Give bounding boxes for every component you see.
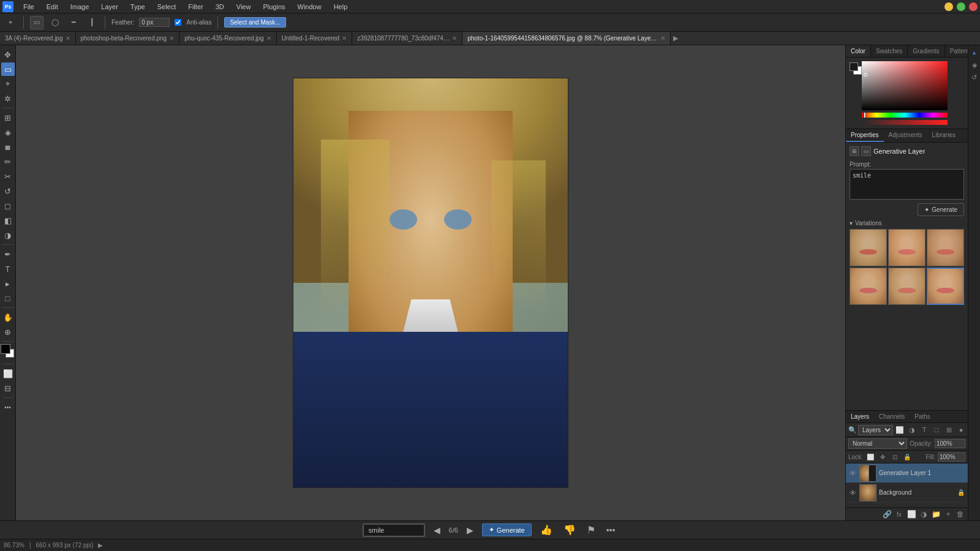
prompt-textarea[interactable]: smile — [850, 169, 964, 200]
variation-thumb-2[interactable] — [927, 229, 964, 266]
zoom-tool[interactable]: ⊕ — [1, 325, 15, 339]
menu-select[interactable]: Select — [155, 2, 179, 12]
color-saturation-value[interactable] — [862, 61, 948, 110]
single-col-option[interactable]: ┃ — [85, 16, 99, 29]
fill-input[interactable] — [938, 452, 965, 462]
path-select-tool[interactable]: ▸ — [1, 277, 15, 290]
lock-artboard-btn[interactable]: ⊡ — [890, 452, 900, 462]
menu-view[interactable]: View — [234, 2, 254, 12]
layer-visibility-generative[interactable]: 👁 — [848, 469, 857, 478]
hand-tool[interactable]: ✋ — [1, 310, 15, 324]
history-icon[interactable]: ↺ — [970, 72, 979, 82]
screen-mode-btn[interactable]: ⊟ — [1, 381, 15, 395]
properties-tab[interactable]: Properties — [846, 129, 884, 142]
color-tab[interactable]: Color — [846, 45, 871, 57]
marquee-tool[interactable]: ▭ — [1, 62, 15, 76]
color-fg-swatch[interactable] — [850, 62, 858, 71]
layer-group-btn[interactable]: 📁 — [931, 509, 941, 519]
tab-close-0[interactable]: ✕ — [66, 35, 70, 42]
layers-tab-layers[interactable]: Layers — [846, 411, 874, 422]
layer-mask-btn[interactable]: ⬜ — [907, 509, 916, 519]
tab-5[interactable]: photo-1-164059954415863480657​6.jpg @ 88… — [462, 32, 671, 45]
gradients-tab[interactable]: Gradients — [908, 45, 944, 57]
eraser-tool[interactable]: ◻ — [1, 199, 15, 212]
menu-3d[interactable]: 3D — [213, 2, 227, 12]
tab-scroll-right[interactable]: ▶ — [671, 32, 680, 45]
menu-edit[interactable]: Edit — [44, 2, 61, 12]
close-button[interactable] — [969, 2, 978, 11]
clone-stamp-tool[interactable]: ✂ — [1, 170, 15, 183]
color-swatch-box[interactable] — [1, 344, 15, 359]
opacity-input[interactable] — [935, 439, 965, 448]
shape-tool[interactable]: □ — [1, 291, 15, 305]
tab-3[interactable]: Untitled-1-Recovered ✕ — [277, 32, 353, 45]
tab-4[interactable]: z39281087777780_73c80df474489be28bf63803… — [352, 32, 462, 45]
minimize-button[interactable] — [944, 2, 953, 11]
quick-mask-btn[interactable]: ⬜ — [1, 367, 15, 380]
alpha-slider[interactable] — [862, 120, 948, 125]
dodge-tool[interactable]: ◑ — [1, 228, 15, 242]
libraries-tab[interactable]: Libraries — [927, 129, 960, 142]
menu-help[interactable]: Help — [331, 2, 350, 12]
eyedropper-tool[interactable]: ◈ — [1, 126, 15, 139]
thumbs-down-btn[interactable]: 👎 — [561, 523, 578, 537]
variation-thumb-3[interactable] — [850, 268, 887, 305]
brush-tool[interactable]: ✏ — [1, 155, 15, 168]
tab-close-2[interactable]: ✕ — [266, 35, 271, 42]
layer-new-btn[interactable]: + — [943, 509, 953, 519]
prev-variation-btn[interactable]: ◀ — [431, 524, 443, 536]
flag-btn[interactable]: ⚑ — [584, 523, 598, 537]
menu-file[interactable]: File — [21, 2, 37, 12]
layers-tab-channels[interactable]: Channels — [874, 411, 910, 422]
layer-visibility-background[interactable]: 👁 — [848, 489, 857, 497]
variation-thumb-1[interactable] — [888, 229, 925, 266]
menu-type[interactable]: Type — [128, 2, 148, 12]
tab-close-4[interactable]: ✕ — [452, 35, 457, 42]
layer-row-background[interactable]: 👁 Background 🔒 — [846, 483, 968, 503]
pen-tool[interactable]: ✒ — [1, 247, 15, 261]
menu-layer[interactable]: Layer — [99, 2, 121, 12]
adj-filter-icon[interactable]: ◑ — [907, 424, 918, 435]
smartobj-filter-icon[interactable]: ⊞ — [943, 424, 954, 435]
share-icon[interactable]: ▲ — [970, 48, 979, 58]
generate-button[interactable]: ✦ Generate — [918, 203, 964, 216]
maximize-button[interactable] — [957, 2, 965, 11]
tab-0[interactable]: 3A (4)-Recovered.jpg ✕ — [0, 32, 76, 45]
blend-mode-select[interactable]: Normal — [848, 438, 907, 449]
adjustments-tab[interactable]: Adjustments — [884, 129, 927, 142]
next-variation-btn[interactable]: ▶ — [464, 524, 476, 536]
swatches-tab[interactable]: Swatches — [871, 45, 908, 57]
color-icon[interactable]: ◈ — [970, 60, 979, 70]
magic-wand-tool[interactable]: ✲ — [1, 92, 15, 105]
hue-slider[interactable] — [862, 113, 948, 118]
layer-fx-btn[interactable]: fx — [894, 509, 904, 519]
gradient-tool[interactable]: ◧ — [1, 214, 15, 227]
foreground-color[interactable] — [1, 344, 10, 354]
layer-row-generative[interactable]: 👁 Generative Layer 1 — [846, 463, 968, 483]
context-prompt-input[interactable] — [363, 524, 424, 536]
menu-image[interactable]: Image — [68, 2, 92, 12]
variation-thumb-5[interactable] — [927, 268, 964, 305]
more-tools-btn[interactable]: ••• — [1, 400, 15, 414]
variation-thumb-0[interactable] — [850, 229, 887, 266]
thumbs-up-btn[interactable]: 👍 — [538, 523, 555, 537]
status-arrow-right[interactable]: ▶ — [98, 542, 103, 549]
circle-select-option[interactable]: ◯ — [48, 16, 62, 29]
search-icon[interactable]: 🔍 — [848, 424, 857, 435]
more-options-btn[interactable]: ••• — [604, 524, 618, 536]
shape-filter-icon[interactable]: □ — [931, 424, 942, 435]
rect-select-option[interactable]: ▭ — [30, 16, 43, 29]
tab-close-1[interactable]: ✕ — [169, 35, 174, 42]
tab-2[interactable]: phu-quoc-435-Recovered.jpg ✕ — [179, 32, 277, 45]
select-and-mask-button[interactable]: Select and Mask... — [224, 17, 285, 28]
filter-toggle-icon[interactable]: ● — [956, 424, 967, 435]
layers-tab-paths[interactable]: Paths — [910, 411, 935, 422]
antialias-checkbox[interactable] — [175, 19, 181, 26]
lock-all-btn[interactable]: 🔒 — [902, 452, 912, 462]
history-brush-tool[interactable]: ↺ — [1, 184, 15, 198]
kind-filter-select[interactable]: Layers — [858, 425, 893, 435]
layer-link-btn[interactable]: 🔗 — [882, 509, 892, 519]
menu-plugins[interactable]: Plugins — [260, 2, 287, 12]
move-tool[interactable]: ✥ — [1, 48, 15, 61]
lock-position-btn[interactable]: ✥ — [878, 452, 888, 462]
